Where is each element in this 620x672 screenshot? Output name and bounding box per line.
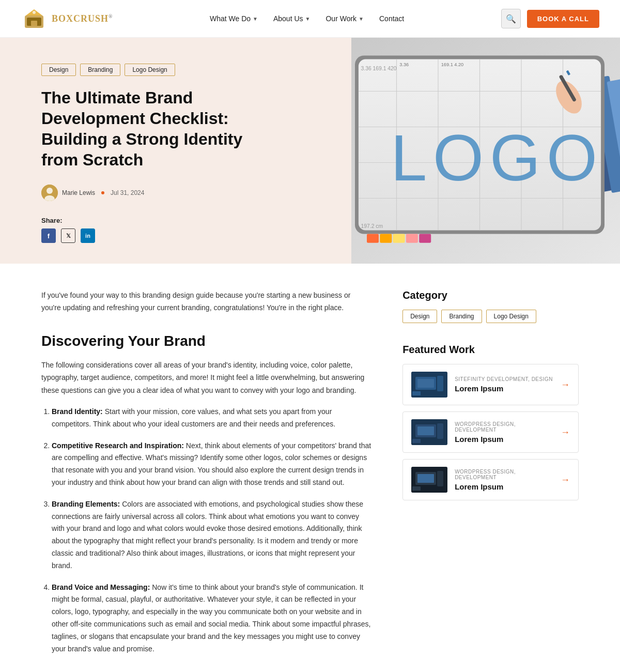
list-item: Brand Voice and Messaging: Now it's time…: [52, 582, 371, 655]
arrow-icon: →: [561, 379, 570, 390]
linkedin-share-icon[interactable]: in: [81, 228, 95, 243]
tag-design[interactable]: Design: [41, 64, 76, 76]
hero-meta: Marie Lewis Jul 31, 2024: [41, 185, 326, 201]
share-section: Share: f 𝕏 in: [41, 217, 326, 243]
navigation: BoxCrush® What We Do ▼ About Us ▼ Our Wo…: [0, 0, 620, 38]
publish-date: Jul 31, 2024: [111, 189, 144, 196]
svg-text:3.36 169.1 420: 3.36 169.1 420: [361, 66, 397, 71]
sidebar: Category DesignBrandingLogo Design Featu…: [402, 289, 579, 672]
card-title: Lorem Ipsum: [455, 482, 553, 491]
svg-rect-33: [406, 234, 418, 243]
list-item: Brand Identity: Start with your mission,…: [52, 406, 371, 431]
svg-point-6: [47, 188, 53, 194]
featured-work-card[interactable]: WORDPRESS DESIGN, DEVELOPMENT Lorem Ipsu…: [402, 411, 579, 453]
hero-image: LOGO 3.36 169.1 420 197.2 cm 3.36 169.1 …: [351, 38, 620, 264]
sidebar-category-tags: DesignBrandingLogo Design: [402, 310, 579, 323]
hero-image-placeholder: LOGO 3.36 169.1 420 197.2 cm 3.36 169.1 …: [351, 38, 620, 264]
hero-content: Design Branding Logo Design The Ultimate…: [0, 38, 351, 264]
card-category: SITEFINITY DEVELOPMENT, DESIGN: [455, 376, 553, 382]
article-body: If you've found your way to this brandin…: [41, 289, 371, 672]
section1-intro: The following considerations cover all a…: [41, 359, 371, 397]
card-info: SITEFINITY DEVELOPMENT, DESIGN Lorem Ips…: [455, 376, 553, 393]
logo-icon: [21, 5, 48, 32]
card-title: Lorem Ipsum: [455, 435, 553, 444]
card-thumbnail: [411, 372, 447, 398]
featured-work-card[interactable]: WORDPRESS DESIGN, DEVELOPMENT Lorem Ipsu…: [402, 459, 579, 500]
featured-work-list: SITEFINITY DEVELOPMENT, DESIGN Lorem Ips…: [402, 364, 579, 500]
nav-what-we-do[interactable]: What We Do ▼: [210, 14, 258, 23]
hero-section: Design Branding Logo Design The Ultimate…: [0, 38, 620, 264]
nav-our-work[interactable]: Our Work ▼: [326, 14, 364, 23]
svg-rect-51: [412, 486, 421, 491]
sidebar-featured-title: Featured Work: [402, 344, 579, 356]
svg-rect-4: [31, 21, 37, 26]
svg-text:3.36: 3.36: [399, 62, 409, 67]
sidebar-tag[interactable]: Branding: [441, 310, 482, 323]
featured-work-card[interactable]: SITEFINITY DEVELOPMENT, DESIGN Lorem Ips…: [402, 364, 579, 405]
arrow-icon: →: [561, 427, 570, 438]
nav-contact[interactable]: Contact: [379, 14, 404, 23]
card-title: Lorem Ipsum: [455, 384, 553, 393]
hero-title: The Ultimate Brand Development Checklist…: [41, 87, 274, 170]
svg-rect-45: [437, 423, 443, 439]
svg-rect-49: [417, 474, 434, 483]
chevron-down-icon: ▼: [253, 16, 258, 22]
sidebar-tag[interactable]: Design: [402, 310, 437, 323]
svg-text:197.2 cm: 197.2 cm: [361, 223, 383, 229]
card-thumbnail: [411, 419, 447, 445]
author-name: Marie Lewis: [62, 189, 95, 196]
svg-rect-40: [437, 376, 443, 391]
section1-title: Discovering Your Brand: [41, 333, 371, 349]
sidebar-tag[interactable]: Logo Design: [486, 310, 536, 323]
card-category: WORDPRESS DESIGN, DEVELOPMENT: [455, 469, 553, 480]
card-info: WORDPRESS DESIGN, DEVELOPMENT Lorem Ipsu…: [455, 421, 553, 444]
numbered-list: Brand Identity: Start with your mission,…: [41, 406, 371, 655]
nav-actions: 🔍 BOOK A CALL: [501, 9, 599, 28]
card-category: WORDPRESS DESIGN, DEVELOPMENT: [455, 421, 553, 433]
svg-rect-50: [437, 471, 443, 486]
list-item: Competitive Research and Inspiration: Ne…: [52, 440, 371, 489]
nav-about-us[interactable]: About Us ▼: [273, 14, 311, 23]
svg-text:LOGO: LOGO: [391, 121, 603, 194]
card-thumbnail: [411, 467, 447, 493]
svg-rect-32: [393, 234, 405, 243]
chevron-down-icon: ▼: [359, 16, 364, 22]
svg-rect-39: [417, 379, 434, 388]
svg-rect-41: [412, 391, 421, 395]
arrow-icon: →: [561, 475, 570, 485]
svg-rect-34: [419, 234, 431, 243]
svg-point-3: [33, 11, 36, 14]
share-label: Share:: [41, 217, 326, 224]
svg-rect-31: [380, 234, 392, 243]
logo[interactable]: BoxCrush®: [21, 5, 113, 32]
chevron-down-icon: ▼: [305, 16, 311, 22]
main-content: If you've found your way to this brandin…: [0, 264, 620, 672]
hero-tags: Design Branding Logo Design: [41, 64, 326, 76]
sidebar-category-section: Category DesignBrandingLogo Design: [402, 289, 579, 323]
logo-text: BoxCrush®: [52, 13, 113, 24]
nav-links: What We Do ▼ About Us ▼ Our Work ▼ Conta…: [210, 14, 404, 23]
svg-rect-30: [367, 234, 379, 243]
search-icon: 🔍: [506, 14, 516, 24]
search-button[interactable]: 🔍: [501, 9, 521, 28]
sidebar-featured-section: Featured Work SITEFINITY DEVELOPMENT, DE…: [402, 344, 579, 500]
dot-separator: [101, 191, 104, 194]
svg-rect-46: [412, 439, 421, 443]
list-item: Branding Elements: Colors are associated…: [52, 498, 371, 572]
twitter-x-share-icon[interactable]: 𝕏: [61, 228, 75, 243]
svg-rect-44: [417, 426, 434, 435]
tag-branding[interactable]: Branding: [80, 64, 120, 76]
sidebar-category-title: Category: [402, 289, 579, 301]
intro-paragraph: If you've found your way to this brandin…: [41, 289, 371, 314]
avatar: [41, 185, 58, 201]
book-call-button[interactable]: BOOK A CALL: [527, 10, 599, 28]
tag-logo-design[interactable]: Logo Design: [125, 64, 175, 76]
svg-text:169.1 4.20: 169.1 4.20: [441, 62, 463, 67]
share-icons: f 𝕏 in: [41, 228, 326, 243]
card-info: WORDPRESS DESIGN, DEVELOPMENT Lorem Ipsu…: [455, 469, 553, 491]
facebook-share-icon[interactable]: f: [41, 228, 56, 243]
